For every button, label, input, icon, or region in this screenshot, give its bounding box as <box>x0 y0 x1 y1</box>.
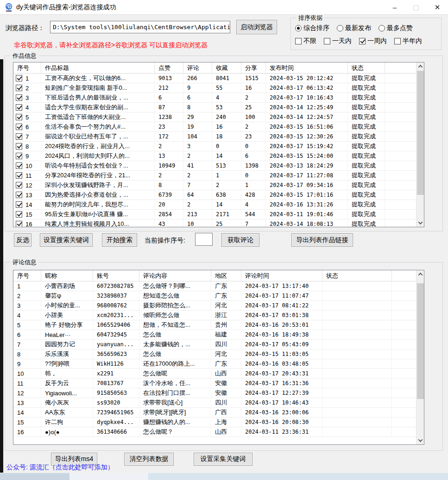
scrollbar-thumb[interactable] <box>417 283 424 399</box>
works-table-row[interactable]: 92024风口，利润却大到吓人的...1321462024-03-15 15:2… <box>13 151 416 161</box>
row-checkbox[interactable] <box>16 85 22 91</box>
works-table-row[interactable]: 4适合大学生假期在家创业的副...87853252024-03-14 12:25… <box>13 103 416 112</box>
comments-table-row[interactable]: 5艳子 好物分享1065529406想做，不知道怎...贵州2024-03-16… <box>13 320 416 330</box>
comments-table-row[interactable]: 2馨芸ψ323898037想知道怎么做广东2024-03-17 11:07:47 <box>13 291 416 301</box>
maximize-button[interactable]: ▢ <box>405 0 427 15</box>
comments-table-row[interactable]: 10韩 。x2291怎么做呢山西2024-03-17 20:43:31 <box>13 369 416 379</box>
row-checkbox[interactable] <box>16 201 22 208</box>
works-table-row[interactable]: 2短剧推广全新变现指南 新手0...212955162024-03-17 06:… <box>13 83 416 93</box>
works-table-row[interactable]: 10听说今年特别适合女性创业？...109494151313982024-03-… <box>13 161 416 171</box>
clear-list-button[interactable]: 清空列表数据 <box>124 453 174 466</box>
works-table-row[interactable]: 13因为热爱选择小众赛道创业，...6739646384282024-03-15… <box>13 190 416 200</box>
start-search-button[interactable]: 开始搜索 <box>102 233 137 247</box>
comments-table-row[interactable]: 8乐乐溪溪365659623怎么做河北2024-03-15 11:03:05 <box>13 349 416 359</box>
radio-icon[interactable] <box>295 25 302 31</box>
official-account-link[interactable]: 公众号: 源流汇（点击此处即可添加） <box>6 463 114 472</box>
scroll-down-icon[interactable] <box>416 436 424 444</box>
row-checkbox[interactable] <box>16 221 22 227</box>
radio-icon[interactable] <box>379 25 385 31</box>
sort-radio-option[interactable]: 最新发布 <box>337 24 371 32</box>
time-filter-option[interactable]: 一周内 <box>359 37 387 45</box>
row-checkbox[interactable] <box>16 211 22 218</box>
close-button[interactable]: ✕ <box>427 0 448 15</box>
comments-header-content[interactable]: 评论内容 <box>139 270 211 281</box>
row-checkbox[interactable] <box>16 182 22 188</box>
scroll-up-icon[interactable] <box>416 270 424 278</box>
checkbox-icon[interactable] <box>394 38 401 44</box>
works-table-row[interactable]: 14能努力的时间没几年，我想尽...2021442024-03-16 13:31… <box>13 200 416 210</box>
current-seq-input[interactable] <box>195 233 213 246</box>
time-filter-option[interactable]: 不限 <box>295 37 316 45</box>
set-search-keyword-button[interactable]: 设置搜索关键词 <box>40 233 93 247</box>
comments-header-account[interactable]: 账号 <box>93 270 139 281</box>
comments-table-row[interactable]: 14AA东东72394651965求带[呲牙][呲牙]广西2024-03-16 … <box>13 408 416 418</box>
works-header-shares[interactable]: 分享 <box>241 62 266 74</box>
works-table-row[interactable]: 12深圳小伙发现赚钱野路子，月...87212024-03-17 09:34:1… <box>13 181 416 190</box>
radio-icon[interactable] <box>337 25 343 31</box>
comments-table-row[interactable]: 13俺小灰灰ss93020求带带我[送心]四川2024-03-17 10:46:… <box>13 398 416 408</box>
minimize-button[interactable]: – <box>384 0 405 15</box>
row-checkbox[interactable] <box>16 75 22 81</box>
works-header-comments[interactable]: 评论 <box>183 62 212 74</box>
scroll-up-icon[interactable] <box>416 62 424 70</box>
comments-table-row[interactable]: 16●)o(●361340666怎么做呢？山西2024-03-11 23:36:… <box>13 427 416 437</box>
row-checkbox[interactable] <box>16 104 22 111</box>
row-checkbox[interactable] <box>16 192 22 198</box>
time-filter-option[interactable]: 半年内 <box>394 37 422 45</box>
sort-radio-option[interactable]: 综合排序 <box>295 24 329 32</box>
row-checkbox[interactable] <box>16 153 22 159</box>
comments-header-nickname[interactable]: 昵称 <box>41 270 93 281</box>
comments-table-row[interactable]: 1小蕾西剧场60723082785怎么做呀？到哪...广东2024-03-17 … <box>13 281 416 291</box>
browser-path-input[interactable]: D:\System tools\100liulanqi\CentBrowser\… <box>50 21 230 33</box>
seq-number: 11 <box>25 172 32 179</box>
works-table-row[interactable]: 7据说这个职业已经有五年了，...17210418232024-03-15 12… <box>13 132 416 142</box>
works-table-row[interactable]: 6生活不会辜负一个努力的人#...23191622024-03-15 16:51… <box>13 122 416 132</box>
checkbox-icon[interactable] <box>324 38 330 44</box>
launch-browser-button[interactable]: 启动浏览器 <box>236 20 277 34</box>
comments-table-row[interactable]: 11反手为云70813767泼个冷水哈，任...安徽2024-03-17 16:… <box>13 379 416 388</box>
comments-table-row[interactable]: 3小时候的童...968008762摄影师陪拍怎么...河北2024-03-17… <box>13 301 416 311</box>
comments-table-row[interactable]: 15许二狗dyqpkxe4...赚想赚钱的人的...上海2024-03-16 2… <box>13 418 416 427</box>
works-table-row[interactable]: 82024很吃香的行业，副业月入...23002024-03-17 15:19:… <box>13 142 416 151</box>
works-scrollbar[interactable] <box>416 62 424 227</box>
invert-selection-button[interactable]: 反选 <box>14 233 32 247</box>
time-filter-option[interactable]: 一天内 <box>324 37 352 45</box>
works-header-title[interactable]: 作品标题 <box>41 62 155 74</box>
comments-header-seq[interactable]: 序号 <box>13 270 41 281</box>
scroll-down-icon[interactable] <box>416 219 424 227</box>
comments-table-row[interactable]: 4小甜美xcm20231...倾听师怎么做浙江2024-03-17 03:01:… <box>13 311 416 320</box>
works-header-time[interactable]: 发布时间 <box>266 62 348 74</box>
works-header-status[interactable]: 状态 <box>348 62 385 74</box>
row-checkbox[interactable] <box>16 133 22 140</box>
works-header-likes[interactable]: 点赞 <box>155 62 183 74</box>
comments-header-time[interactable]: 评论时间 <box>241 270 322 281</box>
works-table-row[interactable]: 1595后女生兼职做#小说直播 赚...285421321715442024-0… <box>13 210 416 219</box>
works-table-row[interactable]: 5工资低适合下班做的6大副业...1238292401002024-03-14 … <box>13 112 416 122</box>
works-header-favorites[interactable]: 收藏 <box>212 62 241 74</box>
row-checkbox[interactable] <box>16 162 22 169</box>
set-collect-keyword-button[interactable]: 设置采集关键词 <box>194 453 252 466</box>
comments-table-row[interactable]: 7园园努力记yuanyuan...太多能赚钱的，...四川2024-03-17 … <box>13 340 416 349</box>
get-comments-button[interactable]: 获取评论 <box>221 233 259 247</box>
works-table-row[interactable]: 11分享2024年很吃香的行业，21...22102024-03-17 11:2… <box>13 171 416 181</box>
export-work-links-button[interactable]: 导出列表作品链接 <box>291 233 353 247</box>
row-checkbox[interactable] <box>16 172 22 179</box>
row-checkbox[interactable] <box>16 124 22 130</box>
works-table-row[interactable]: 16纯素人博主剪辑短视频月入10...43102572024-03-14 18:… <box>13 219 416 227</box>
works-table-row[interactable]: 3下班后适合男人的最强副业，...66422024-03-17 10:16:43… <box>13 93 416 103</box>
sort-radio-option[interactable]: 最多点赞 <box>379 24 413 32</box>
comments-table-row[interactable]: 12Yigiaowoli...915850563在法拉利门口摆...安徽2024… <box>13 388 416 398</box>
works-table-row[interactable]: 1工资不高的女生，可以做的6...9013266804115152024-03-… <box>13 74 416 83</box>
scrollbar-thumb[interactable] <box>417 71 424 195</box>
comments-table-row[interactable]: 6HeaLer···604732945怎么做福建2024-03-16 18:49… <box>13 330 416 340</box>
comments-scrollbar[interactable] <box>416 270 424 444</box>
comments-table-row[interactable]: 9??阿婷喂WikH1126还在17000的路上...广东2024-03-16 … <box>13 359 416 369</box>
comments-header-status[interactable]: 状态 <box>322 270 392 281</box>
row-checkbox[interactable] <box>16 114 22 120</box>
checkbox-icon[interactable] <box>295 38 302 44</box>
works-header-seq[interactable]: 序号 <box>13 62 41 74</box>
row-checkbox[interactable] <box>16 94 22 101</box>
checkbox-icon[interactable] <box>359 38 366 44</box>
comments-header-region[interactable]: 地区 <box>211 270 241 281</box>
row-checkbox[interactable] <box>16 143 22 150</box>
